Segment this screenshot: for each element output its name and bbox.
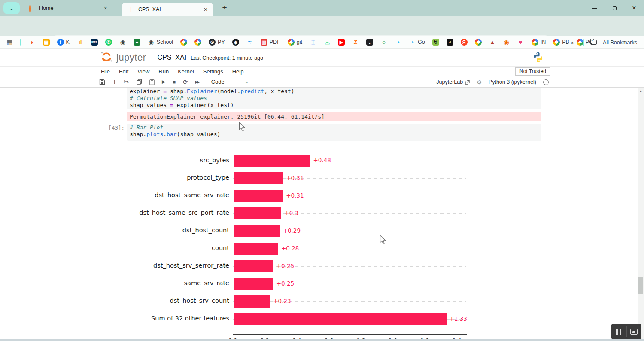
bookmark-bird-blue[interactable]: ≈ xyxy=(246,39,253,46)
menu-file[interactable]: File xyxy=(101,68,110,75)
globe-dark-icon: ◉ xyxy=(119,39,126,46)
bar-dst_host_same_src_port_rate xyxy=(234,207,282,219)
bar-same_srv_rate xyxy=(234,278,273,290)
bookmark-lightning-green[interactable]: ↯ xyxy=(432,39,439,46)
bookmark-bag-dark[interactable]: ⌄ xyxy=(366,39,373,46)
google-icon xyxy=(532,39,538,46)
bookmark-youtube[interactable]: ▶ xyxy=(338,39,345,46)
bookmark-football-dark[interactable]: ◈ xyxy=(232,39,239,46)
copy-cell-button[interactable] xyxy=(137,79,142,85)
close-window-button[interactable]: × xyxy=(624,0,644,16)
maximize-button[interactable] xyxy=(605,0,624,16)
bookmark-globe-dark[interactable]: ◉ xyxy=(119,39,126,46)
bookmark-yandex-red[interactable]: Я xyxy=(461,39,468,46)
bookmark-label: git xyxy=(297,39,302,45)
code-cell-explainer[interactable]: explainer = shap.Explainer(model.predict… xyxy=(127,88,541,109)
bookmark-cross-green[interactable]: + xyxy=(134,39,140,46)
bookmark-android-green[interactable]: ⌓ xyxy=(324,39,331,46)
bookmark-in[interactable]: IN xyxy=(532,39,546,46)
bookmark-eye-orange[interactable]: ◉ xyxy=(503,39,510,46)
bookmark-apps-grid[interactable]: ▦ xyxy=(6,39,13,46)
bookmark-google[interactable] xyxy=(194,39,201,46)
paste-cell-button[interactable] xyxy=(149,79,155,85)
x-tick xyxy=(361,335,361,337)
run-cell-button[interactable]: ▶ xyxy=(162,79,165,85)
bookmark-arrow-orange[interactable]: ◗ xyxy=(29,39,36,46)
bar-dst_host_srv_count xyxy=(234,295,270,308)
new-tab-button[interactable]: + xyxy=(219,3,230,12)
menu-help[interactable]: Help xyxy=(232,68,244,75)
code-cell-bar-plot[interactable]: # Bar Plotshap.plots.bar(shap_values) xyxy=(127,124,541,141)
matlab-icon: ▲ xyxy=(489,39,496,46)
bar-value-label: +0.31 xyxy=(286,192,304,199)
bookmark-whatsapp[interactable]: ✆ xyxy=(105,39,112,46)
bookmark-swirl-blue[interactable]: ◔ xyxy=(395,39,401,46)
pause-button[interactable] xyxy=(611,324,626,339)
close-tab-icon[interactable]: × xyxy=(102,5,109,12)
bookmark-items: ▦◗▤fKılIEEE✆◉+◉School⊙PY◈≈▥PDFgit⌶⌓▶Z⌄○◔… xyxy=(0,39,593,46)
jupyter-favicon xyxy=(29,5,35,11)
insert-cell-button[interactable]: + xyxy=(112,78,116,86)
menu-run[interactable]: Run xyxy=(158,68,169,75)
gear-icon[interactable]: ⚙ xyxy=(477,79,482,85)
bookmark-pb[interactable]: PB xyxy=(553,39,569,46)
code-line: explainer = shap.Explainer(model.predict… xyxy=(130,88,541,95)
bookmark-git[interactable]: git xyxy=(288,39,302,46)
jupyter-logo-icon[interactable] xyxy=(100,50,113,65)
scrollbar-thumb[interactable] xyxy=(638,277,643,294)
ieee-icon: IEEE xyxy=(91,39,98,46)
tab-home[interactable]: Home × xyxy=(22,0,113,16)
menu-settings[interactable]: Settings xyxy=(203,68,223,75)
bookmark-z-orange[interactable]: Z xyxy=(352,39,359,46)
bookmark-heart-pink[interactable]: ♥ xyxy=(517,39,524,46)
y-axis-line xyxy=(233,146,233,334)
chevron-down-icon[interactable]: ⌄ xyxy=(245,79,249,85)
bookmarks-overflow-icon[interactable]: » xyxy=(570,39,574,46)
bookmark-card-orange[interactable]: ▤ xyxy=(43,39,50,46)
trust-status-badge[interactable]: Not Trusted xyxy=(515,67,550,76)
menu-kernel[interactable]: Kernel xyxy=(178,68,194,75)
feature-label: dst_host_same_src_port_rate xyxy=(125,209,229,216)
bookmark-school[interactable]: ◉School xyxy=(148,39,173,46)
minimize-button[interactable] xyxy=(585,0,605,16)
bookmark-py[interactable]: ⊙PY xyxy=(209,39,225,46)
bird-blue-icon: ≈ xyxy=(246,39,253,46)
scrollbar[interactable]: ▲ xyxy=(638,88,644,339)
bookmark-google[interactable] xyxy=(180,39,187,46)
menu-view[interactable]: View xyxy=(137,68,149,75)
bookmark-ring-green[interactable]: ○ xyxy=(380,39,387,46)
bookmark-matlab[interactable]: ▲ xyxy=(489,39,496,46)
bookmark-go[interactable]: ◔Go xyxy=(409,39,425,46)
bookmark-label: School xyxy=(157,39,173,45)
bar-value-label: +0.28 xyxy=(281,245,299,252)
bookmark-cl-dark[interactable]: cl xyxy=(447,39,453,46)
scroll-up-icon[interactable]: ▲ xyxy=(638,89,644,93)
kernel-name[interactable]: Python 3 (ipykernel) xyxy=(489,79,536,85)
run-all-button[interactable]: ▶▶ xyxy=(195,80,199,84)
divider xyxy=(20,39,21,46)
save-button[interactable] xyxy=(99,79,105,85)
bookmark-label: K xyxy=(66,39,70,45)
bookmark-google[interactable] xyxy=(475,39,482,46)
bookmark-pdf[interactable]: ▥PDF xyxy=(261,39,280,46)
stop-kernel-button[interactable]: ■ xyxy=(173,79,176,85)
cell-type-dropdown[interactable]: Code xyxy=(211,79,225,85)
tab-search-button[interactable]: ⌄ xyxy=(3,2,20,14)
restart-kernel-button[interactable]: ⟳ xyxy=(183,79,188,85)
arrow-orange-icon: ◗ xyxy=(29,39,36,46)
bookmark-analytics-orange[interactable]: ıl xyxy=(77,39,84,46)
menu-edit[interactable]: Edit xyxy=(119,68,128,75)
all-bookmarks-button[interactable]: All Bookmarks xyxy=(603,40,637,46)
picture-in-picture-button[interactable] xyxy=(627,324,642,339)
cut-cell-button[interactable]: ✂ xyxy=(124,78,129,86)
notebook-name[interactable]: CPS_XAI xyxy=(158,54,187,61)
close-tab-icon[interactable]: × xyxy=(202,6,209,13)
bookmark-k[interactable]: fK xyxy=(57,39,70,46)
open-jupyterlab-link[interactable]: JupyterLab xyxy=(436,79,470,85)
python-logo-icon xyxy=(532,52,544,65)
feature-label: dst_host_srv_serror_rate xyxy=(125,262,229,269)
code-line: shap_values = explainer(x_test) xyxy=(130,102,541,109)
tab-cps-xai[interactable]: CPS_XAI × xyxy=(122,3,213,16)
bookmark-bed-blue[interactable]: ⌶ xyxy=(310,39,316,46)
bookmark-ieee[interactable]: IEEE xyxy=(91,39,98,46)
